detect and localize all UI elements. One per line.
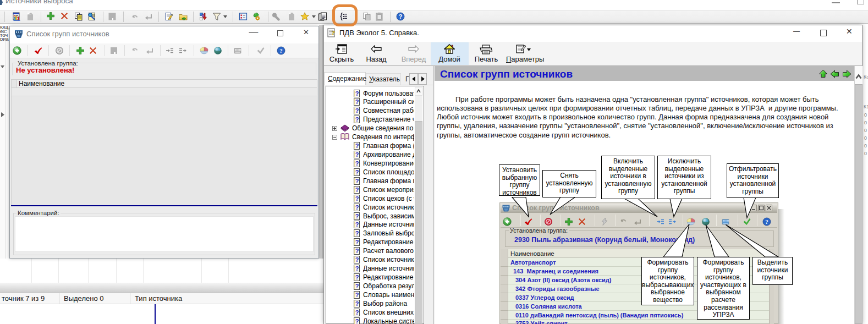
svg-text:?: ? [355,309,359,316]
svg-text:?: ? [279,47,283,54]
svg-text:?: ? [355,98,359,105]
svg-text:?: ? [355,107,359,114]
svg-text:?: ? [355,160,359,167]
svg-text:?: ? [355,283,359,289]
svg-text:?: ? [355,230,359,237]
svg-text:?: ? [355,274,359,281]
svg-text:?: ? [355,300,359,307]
svg-text:?: ? [355,186,359,193]
svg-text:?: ? [355,169,359,175]
svg-text:?: ? [355,90,359,96]
svg-text:?: ? [355,151,359,158]
svg-text:?: ? [355,142,359,149]
svg-text:?: ? [355,178,359,184]
svg-text:?: ? [355,248,359,254]
svg-text:?: ? [355,239,359,245]
svg-text:?: ? [355,204,359,210]
svg-text:?: ? [355,265,359,272]
svg-text:?: ? [355,256,359,263]
svg-text:?: ? [355,195,359,201]
svg-text:?: ? [398,13,402,20]
svg-text:?: ? [355,116,359,123]
svg-text:?: ? [355,212,359,219]
svg-text:?: ? [355,221,359,228]
svg-text:?: ? [355,317,359,324]
svg-text:?: ? [355,292,359,298]
svg-text:?: ? [332,29,336,37]
